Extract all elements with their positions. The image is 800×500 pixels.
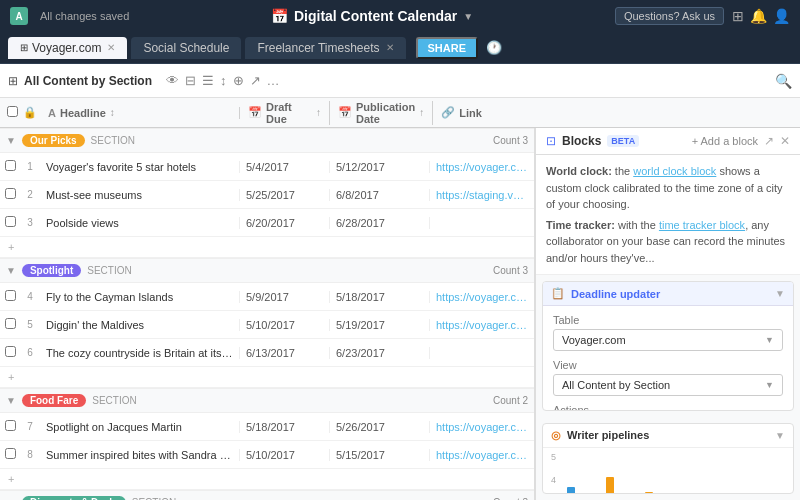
table-row[interactable]: 6 The cozy countryside is Britain at its… [0, 339, 534, 367]
row-link[interactable]: https://voyager.com/fakel... [430, 449, 534, 461]
row-link[interactable]: https://voyager.com/fake [430, 161, 534, 173]
row-pub[interactable]: 5/12/2017 [330, 161, 430, 173]
col-header-draft[interactable]: 📅 Draft Due ↑ [240, 101, 330, 125]
add-row-food[interactable]: + [0, 469, 534, 490]
tab-social[interactable]: Social Schedule [131, 37, 241, 59]
sort-draft-icon[interactable]: ↑ [316, 107, 321, 118]
section-our-picks: ▼ Our Picks SECTION Count 3 1 Voyager's … [0, 128, 534, 258]
row-draft[interactable]: 5/18/2017 [240, 421, 330, 433]
toolbar-grid-icon[interactable]: ⊞ [8, 74, 18, 88]
tab-voyager[interactable]: ⊞ Voyager.com ✕ [8, 37, 127, 59]
deadline-block-header[interactable]: 📋 Deadline updater ▼ [543, 282, 793, 306]
section-chevron-food[interactable]: ▼ [6, 395, 16, 406]
grid-nav-icon[interactable]: ⊞ [732, 8, 744, 24]
section-header-spotlight[interactable]: ▼ Spotlight SECTION Count 3 [0, 258, 534, 283]
deadline-chevron[interactable]: ▼ [775, 288, 785, 299]
time-tracker-link[interactable]: time tracker block [659, 219, 745, 231]
table-row[interactable]: 7 Spotlight on Jacques Martin 5/18/2017 … [0, 413, 534, 441]
row-check[interactable] [0, 160, 20, 173]
row-draft[interactable]: 5/25/2017 [240, 189, 330, 201]
row-check[interactable] [0, 318, 20, 331]
filter-icon[interactable]: ⊟ [185, 73, 196, 88]
check-all[interactable] [0, 106, 20, 119]
row-link[interactable]: https://staging.voyager.co... [430, 189, 534, 201]
row-headline[interactable]: Poolside views [40, 217, 240, 229]
row-link[interactable]: https://voyager.com/fakes... [430, 291, 534, 303]
table-row[interactable]: 4 Fly to the Cayman Islands 5/9/2017 5/1… [0, 283, 534, 311]
row-draft[interactable]: 6/20/2017 [240, 217, 330, 229]
share-view-icon[interactable]: ↗ [250, 73, 261, 88]
notification-icon[interactable]: 🔔 [750, 8, 767, 24]
row-check[interactable] [0, 290, 20, 303]
table-select[interactable]: Voyager.com ▼ [553, 329, 783, 351]
sort-headline-icon[interactable]: ↕ [110, 107, 115, 118]
share-button[interactable]: SHARE [416, 37, 479, 59]
deadline-block-body: Table Voyager.com ▼ View All Content by … [543, 306, 793, 411]
help-button[interactable]: Questions? Ask us [615, 7, 724, 25]
table-row[interactable]: 3 Poolside views 6/20/2017 6/28/2017 [0, 209, 534, 237]
row-check[interactable] [0, 346, 20, 359]
table-row[interactable]: 8 Summer inspired bites with Sandra Key … [0, 441, 534, 469]
row-pub[interactable]: 5/26/2017 [330, 421, 430, 433]
row-check[interactable] [0, 420, 20, 433]
group-icon[interactable]: ☰ [202, 73, 214, 88]
pipelines-body: 5 4 3 [543, 448, 793, 494]
row-pub[interactable]: 5/15/2017 [330, 449, 430, 461]
row-headline[interactable]: Summer inspired bites with Sandra Key [40, 449, 240, 461]
row-pub[interactable]: 6/28/2017 [330, 217, 430, 229]
pipelines-header[interactable]: ◎ Writer pipelines ▼ [543, 424, 793, 448]
col-header-headline[interactable]: A Headline ↕ [40, 107, 240, 119]
pipelines-chevron[interactable]: ▼ [775, 430, 785, 441]
row-draft[interactable]: 5/10/2017 [240, 319, 330, 331]
row-link[interactable]: https://voyager.com/fakel... [430, 421, 534, 433]
col-header-link[interactable]: 🔗 Link [433, 106, 800, 119]
search-icon[interactable]: 🔍 [775, 73, 792, 89]
table-row[interactable]: 2 Must-see museums 5/25/2017 6/8/2017 ht… [0, 181, 534, 209]
row-headline[interactable]: Diggin' the Maldives [40, 319, 240, 331]
close-tab-icon[interactable]: ✕ [107, 42, 115, 53]
more-icon[interactable]: … [267, 73, 280, 88]
hide-icon[interactable]: 👁 [166, 73, 179, 88]
row-headline[interactable]: Spotlight on Jacques Martin [40, 421, 240, 433]
title-dropdown-icon[interactable]: ▼ [463, 11, 473, 22]
table-row[interactable]: 1 Voyager's favorite 5 star hotels 5/4/2… [0, 153, 534, 181]
close-panel-icon[interactable]: ✕ [780, 134, 790, 148]
section-header-discounts[interactable]: ▼ Discounts & Deals SECTION Count 3 [0, 490, 534, 500]
color-icon[interactable]: ⊕ [233, 73, 244, 88]
row-draft[interactable]: 6/13/2017 [240, 347, 330, 359]
section-header-our-picks[interactable]: ▼ Our Picks SECTION Count 3 [0, 128, 534, 153]
add-block-button[interactable]: + Add a block [692, 135, 758, 147]
sort-pub-icon[interactable]: ↑ [419, 107, 424, 118]
row-draft[interactable]: 5/4/2017 [240, 161, 330, 173]
tab-freelancer[interactable]: Freelancer Timesheets ✕ [245, 37, 405, 59]
close-tab2-icon[interactable]: ✕ [386, 42, 394, 53]
add-row-our-picks[interactable]: + [0, 237, 534, 258]
table-row[interactable]: 5 Diggin' the Maldives 5/10/2017 5/19/20… [0, 311, 534, 339]
row-headline[interactable]: Voyager's favorite 5 star hotels [40, 161, 240, 173]
row-headline[interactable]: The cozy countryside is Britain at its b… [40, 347, 240, 359]
row-check[interactable] [0, 216, 20, 229]
row-link[interactable]: https://voyager.com/fakel... [430, 319, 534, 331]
user-icon[interactable]: 👤 [773, 8, 790, 24]
view-name[interactable]: All Content by Section [24, 74, 152, 88]
row-pub[interactable]: 6/8/2017 [330, 189, 430, 201]
row-check[interactable] [0, 448, 20, 461]
expand-icon[interactable]: ↗ [764, 134, 774, 148]
row-check[interactable] [0, 188, 20, 201]
tab-bar: ⊞ Voyager.com ✕ Social Schedule Freelanc… [0, 32, 800, 64]
section-header-food-fare[interactable]: ▼ Food Fare SECTION Count 2 [0, 388, 534, 413]
row-pub[interactable]: 6/23/2017 [330, 347, 430, 359]
col-header-pub[interactable]: 📅 Publication Date ↑ [330, 101, 433, 125]
section-chevron-our-picks[interactable]: ▼ [6, 135, 16, 146]
add-row-spotlight[interactable]: + [0, 367, 534, 388]
row-pub[interactable]: 5/19/2017 [330, 319, 430, 331]
row-draft[interactable]: 5/9/2017 [240, 291, 330, 303]
view-select[interactable]: All Content by Section ▼ [553, 374, 783, 396]
row-headline[interactable]: Must-see museums [40, 189, 240, 201]
row-draft[interactable]: 5/10/2017 [240, 449, 330, 461]
row-headline[interactable]: Fly to the Cayman Islands [40, 291, 240, 303]
world-clock-link[interactable]: world clock block [633, 165, 716, 177]
sort-icon[interactable]: ↕ [220, 73, 227, 88]
row-pub[interactable]: 5/18/2017 [330, 291, 430, 303]
section-chevron-spotlight[interactable]: ▼ [6, 265, 16, 276]
